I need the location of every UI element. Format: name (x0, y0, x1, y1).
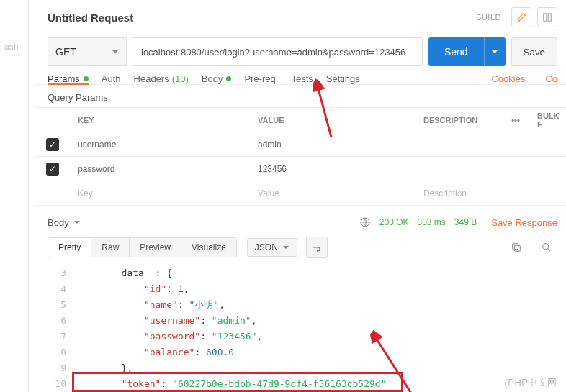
status-dot (226, 76, 231, 81)
svg-point-5 (543, 244, 549, 250)
view-mode-segment: Pretty Raw Preview Visualize (48, 237, 237, 257)
checkbox-checked-icon[interactable]: ✓ (46, 138, 59, 151)
param-desc-placeholder[interactable]: Description (416, 188, 501, 199)
save-response-link[interactable]: Save Response (491, 217, 557, 228)
svg-rect-3 (514, 245, 520, 251)
request-title: Untitled Request (48, 12, 470, 24)
checkbox-checked-icon[interactable]: ✓ (46, 163, 59, 176)
tab-headers[interactable]: Headers(10) (134, 73, 189, 84)
chevron-down-icon (73, 219, 81, 226)
chevron-down-icon (491, 48, 498, 55)
save-button[interactable]: Save (511, 37, 557, 66)
layout-icon[interactable] (537, 7, 557, 27)
response-size: 349 B (454, 217, 477, 227)
search-icon[interactable] (536, 237, 557, 258)
build-label: BUILD (476, 13, 501, 22)
svg-line-6 (299, 86, 350, 137)
sidebar-fragment: ash (0, 36, 28, 58)
tab-params[interactable]: Params (48, 73, 89, 84)
view-pretty[interactable]: Pretty (48, 238, 91, 257)
param-value[interactable]: 123456 (251, 164, 416, 174)
svg-rect-1 (548, 14, 551, 22)
view-visualize[interactable]: Visualize (181, 238, 236, 257)
param-key-placeholder[interactable]: Key (71, 188, 251, 199)
annotation-box (72, 372, 403, 392)
watermark: (PHP中文网 (504, 376, 557, 389)
status-code: 200 OK (379, 217, 409, 227)
status-dot (84, 76, 89, 81)
cookies-link[interactable]: Cookies (491, 73, 525, 84)
param-key[interactable]: username (71, 140, 251, 150)
globe-icon[interactable] (359, 216, 371, 228)
send-dropdown[interactable] (484, 37, 506, 66)
tab-tests[interactable]: Tests (291, 73, 313, 84)
wrap-icon[interactable] (306, 237, 328, 258)
format-select[interactable]: JSON (247, 238, 297, 257)
tab-auth[interactable]: Auth (102, 73, 121, 84)
chevron-down-icon (112, 48, 119, 55)
response-tab-body[interactable]: Body (48, 217, 81, 228)
tab-body[interactable]: Body (202, 73, 232, 84)
table-row[interactable]: ✓ username admin (35, 132, 566, 157)
bulk-edit-link[interactable]: Bulk E (530, 111, 566, 129)
tab-prereq[interactable]: Pre-req. (244, 73, 278, 84)
more-icon[interactable]: ••• (501, 116, 530, 124)
view-preview[interactable]: Preview (130, 238, 181, 257)
col-key: KEY (71, 116, 251, 124)
annotate-icon[interactable] (511, 7, 531, 27)
response-body[interactable]: 3 data : { 4 "id": 1,5 "name": "小明",6 "u… (35, 263, 566, 392)
method-select[interactable]: GET (48, 37, 127, 66)
chevron-down-icon (282, 244, 289, 251)
param-key[interactable]: password (71, 164, 251, 174)
tab-settings[interactable]: Settings (326, 73, 360, 84)
code-link[interactable]: Co (545, 73, 557, 84)
view-raw[interactable]: Raw (91, 238, 130, 257)
response-time: 303 ms (418, 217, 446, 227)
table-row[interactable]: ✓ password 123456 (35, 157, 566, 181)
col-desc: DESCRIPTION (416, 116, 501, 124)
copy-icon[interactable] (506, 237, 527, 258)
table-row-empty[interactable]: Key Value Description (35, 181, 566, 206)
method-label: GET (55, 46, 112, 58)
svg-rect-0 (544, 14, 547, 22)
svg-rect-4 (513, 244, 518, 250)
send-button[interactable]: Send (428, 37, 484, 66)
url-input[interactable] (132, 37, 423, 66)
param-value-placeholder[interactable]: Value (251, 188, 416, 199)
